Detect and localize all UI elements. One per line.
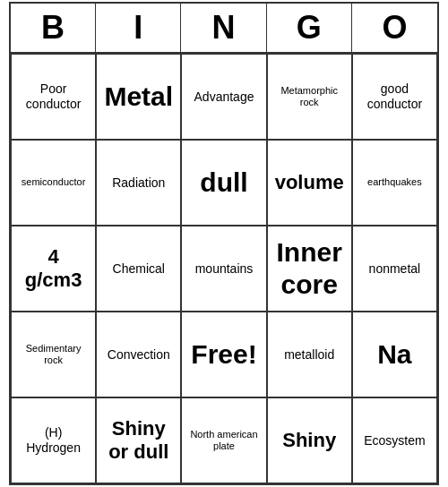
cell-text-21: Shiny or dull — [102, 417, 175, 465]
cell-text-11: Chemical — [102, 261, 175, 277]
bingo-cell-8[interactable]: volume — [267, 140, 352, 226]
cell-text-15: Sedimentary rock — [17, 343, 90, 366]
bingo-cell-20[interactable]: (H) Hydrogen — [11, 397, 96, 483]
cell-text-5: semiconductor — [17, 176, 90, 188]
cell-text-13: Inner core — [273, 236, 346, 301]
cell-text-19: Na — [358, 338, 431, 371]
cell-text-7: dull — [187, 167, 260, 199]
bingo-cell-19[interactable]: Na — [352, 312, 437, 397]
bingo-cell-13[interactable]: Inner core — [267, 226, 352, 312]
cell-text-16: Convection — [102, 347, 175, 363]
bingo-cell-4[interactable]: good conductor — [352, 54, 437, 140]
bingo-cell-14[interactable]: nonmetal — [352, 226, 437, 312]
bingo-cell-18[interactable]: metalloid — [267, 312, 352, 397]
bingo-cell-23[interactable]: Shiny — [267, 397, 352, 483]
bingo-header: BINGO — [11, 4, 437, 54]
cell-text-17: Free! — [187, 338, 260, 371]
cell-text-8: volume — [273, 171, 346, 194]
bingo-cell-3[interactable]: Metamorphic rock — [267, 54, 352, 140]
bingo-cell-17[interactable]: Free! — [181, 312, 266, 397]
bingo-cell-0[interactable]: Poor conductor — [11, 54, 96, 140]
cell-text-20: (H) Hydrogen — [17, 425, 90, 456]
cell-text-14: nonmetal — [358, 261, 431, 277]
bingo-cell-15[interactable]: Sedimentary rock — [11, 312, 96, 397]
cell-text-0: Poor conductor — [17, 81, 90, 112]
header-letter-n: N — [181, 4, 266, 52]
cell-text-10: 4 g/cm3 — [17, 245, 90, 293]
bingo-cell-9[interactable]: earthquakes — [352, 140, 437, 226]
bingo-cell-7[interactable]: dull — [181, 140, 266, 226]
bingo-cell-16[interactable]: Convection — [96, 312, 181, 397]
cell-text-3: Metamorphic rock — [273, 85, 346, 108]
header-letter-o: O — [352, 4, 437, 52]
bingo-cell-10[interactable]: 4 g/cm3 — [11, 226, 96, 312]
bingo-cell-2[interactable]: Advantage — [181, 54, 266, 140]
bingo-cell-24[interactable]: Ecosystem — [352, 397, 437, 483]
header-letter-i: I — [96, 4, 181, 52]
cell-text-9: earthquakes — [358, 176, 431, 188]
cell-text-4: good conductor — [358, 81, 431, 112]
bingo-grid: Poor conductorMetalAdvantageMetamorphic … — [11, 54, 437, 483]
cell-text-6: Radiation — [102, 175, 175, 191]
bingo-cell-21[interactable]: Shiny or dull — [96, 397, 181, 483]
cell-text-22: North american plate — [187, 429, 260, 452]
cell-text-12: mountains — [187, 261, 260, 277]
bingo-cell-12[interactable]: mountains — [181, 226, 266, 312]
bingo-card: BINGO Poor conductorMetalAdvantageMetamo… — [9, 2, 439, 485]
cell-text-2: Advantage — [187, 90, 260, 105]
cell-text-18: metalloid — [273, 347, 346, 363]
bingo-cell-6[interactable]: Radiation — [96, 140, 181, 226]
header-letter-b: B — [11, 4, 96, 52]
cell-text-23: Shiny — [273, 429, 346, 452]
bingo-cell-1[interactable]: Metal — [96, 54, 181, 140]
bingo-cell-5[interactable]: semiconductor — [11, 140, 96, 226]
bingo-cell-11[interactable]: Chemical — [96, 226, 181, 312]
cell-text-24: Ecosystem — [358, 433, 431, 449]
cell-text-1: Metal — [102, 81, 175, 113]
bingo-cell-22[interactable]: North american plate — [181, 397, 266, 483]
header-letter-g: G — [267, 4, 352, 52]
